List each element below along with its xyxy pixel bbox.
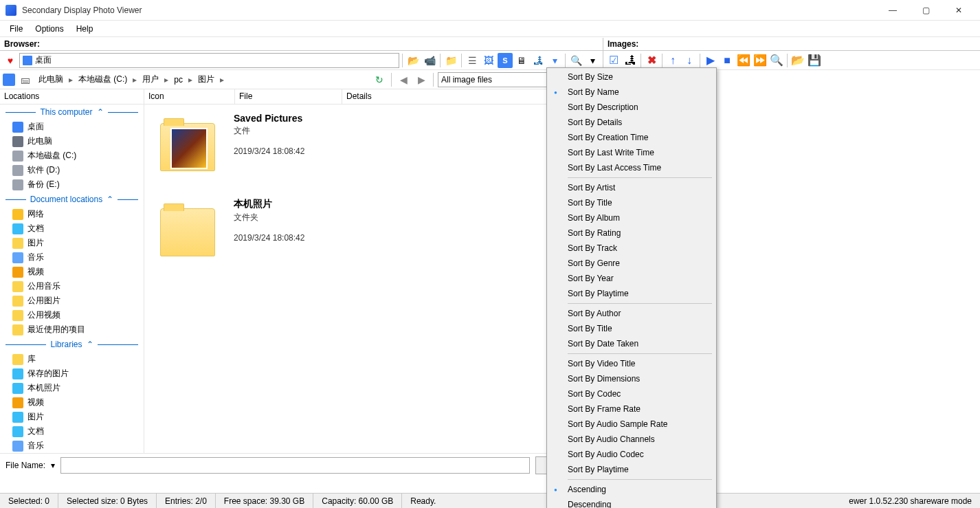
next-icon[interactable]: ⏩ — [753, 53, 768, 68]
context-menu-item[interactable]: Descending — [548, 497, 715, 508]
context-menu-item[interactable]: Sort By Year — [548, 271, 715, 286]
location-item[interactable]: 视频 — [0, 265, 144, 279]
image-icon[interactable]: 🏞 — [623, 53, 638, 68]
location-item[interactable]: 备份 (E:) — [0, 177, 144, 192]
view-dropdown-icon[interactable]: ▾ — [547, 53, 562, 68]
play-icon[interactable]: ▶ — [703, 53, 718, 68]
prev-icon[interactable]: ⏪ — [736, 53, 751, 68]
location-item[interactable]: 此电脑 — [0, 134, 144, 148]
breadcrumb-segment[interactable]: 本地磁盘 (C:) — [76, 72, 130, 87]
context-menu-item[interactable]: Sort By Codec — [548, 386, 715, 401]
context-menu-item[interactable]: Sort By Track — [548, 241, 715, 256]
menu-options[interactable]: Options — [30, 23, 69, 35]
context-menu-item[interactable]: Sort By Last Access Time — [548, 160, 715, 175]
context-menu-item[interactable]: Sort By Description — [548, 100, 715, 115]
file-row[interactable]: 本机照片文件夹2019/3/24 18:08:42 — [144, 190, 603, 275]
path-input[interactable]: 桌面 — [19, 53, 399, 68]
context-menu-item[interactable]: Sort By Artist — [548, 180, 715, 195]
location-item[interactable]: 软件 (D:) — [0, 163, 144, 177]
location-item[interactable]: 图片 — [0, 236, 144, 250]
camera-icon[interactable]: 📹 — [422, 53, 437, 68]
context-menu-item[interactable]: Sort By Date Taken — [548, 336, 715, 351]
context-menu-item[interactable]: Sort By Title — [548, 321, 715, 336]
location-item[interactable]: 本地磁盘 (C:) — [0, 148, 144, 163]
delete-icon[interactable]: ✖ — [644, 53, 659, 68]
location-item[interactable]: 文档 — [0, 221, 144, 236]
view-details-icon[interactable]: ☰ — [465, 53, 480, 68]
context-menu-item[interactable]: Sort By Size — [548, 69, 715, 85]
refresh-icon[interactable]: ↻ — [372, 72, 387, 87]
location-item[interactable]: 本机照片 — [0, 381, 144, 395]
filename-dropdown-icon[interactable]: ▾ — [51, 461, 55, 470]
col-locations[interactable]: Locations — [0, 89, 144, 104]
col-icon[interactable]: Icon — [144, 89, 235, 104]
open-folder-icon[interactable]: 📂 — [790, 53, 805, 68]
breadcrumb-segment[interactable]: 图片 — [195, 72, 217, 87]
minimize-button[interactable]: — — [877, 1, 909, 20]
context-menu-item[interactable]: Sort By Name — [548, 85, 715, 100]
location-item[interactable]: 公用视频 — [0, 308, 144, 322]
context-menu-item[interactable]: Sort By Audio Channels — [548, 432, 715, 447]
location-item[interactable]: 库 — [0, 352, 144, 366]
context-menu-item[interactable]: Sort By Video Title — [548, 356, 715, 371]
location-item[interactable]: 最近使用的项目 — [0, 322, 144, 337]
context-menu-item[interactable]: Sort By Playtime — [548, 286, 715, 301]
drive-icon[interactable]: 🖴 — [18, 72, 33, 87]
explorer-icon[interactable]: 📁 — [443, 53, 458, 68]
select-all-icon[interactable]: ☑ — [606, 53, 621, 68]
location-item[interactable]: 文档 — [0, 424, 144, 439]
location-item[interactable]: 音乐 — [0, 250, 144, 265]
location-group-header[interactable]: Document locations⌃ — [0, 192, 144, 207]
filename-input[interactable] — [60, 457, 530, 474]
col-file[interactable]: File — [235, 89, 342, 104]
close-button[interactable]: ✕ — [943, 1, 975, 20]
context-menu-item[interactable]: Ascending — [548, 482, 715, 497]
view-s-icon[interactable]: S — [498, 53, 513, 68]
context-menu-item[interactable]: Sort By Dimensions — [548, 371, 715, 386]
move-down-icon[interactable]: ↓ — [682, 53, 697, 68]
save-icon[interactable]: 💾 — [807, 53, 822, 68]
menu-file[interactable]: File — [4, 23, 28, 35]
context-menu-item[interactable]: Sort By Genre — [548, 256, 715, 271]
context-menu-item[interactable]: Sort By Audio Codec — [548, 447, 715, 462]
context-menu-item[interactable]: Sort By Last Write Time — [548, 145, 715, 160]
favorite-icon[interactable]: ♥ — [3, 53, 18, 68]
move-up-icon[interactable]: ↑ — [665, 53, 680, 68]
back-icon[interactable]: ◀ — [396, 72, 411, 87]
file-row[interactable]: Saved Pictures文件2019/3/24 18:08:42 — [144, 104, 603, 190]
view-thumb-icon[interactable]: 🖼 — [481, 53, 496, 68]
view-image-icon[interactable]: 🏞 — [531, 53, 546, 68]
location-item[interactable]: 图片 — [0, 410, 144, 424]
context-menu-item[interactable]: Sort By Rating — [548, 225, 715, 241]
context-menu-item[interactable]: Sort By Creation Time — [548, 130, 715, 145]
context-menu-item[interactable]: Sort By Details — [548, 115, 715, 130]
location-group-header[interactable]: Libraries⌃ — [0, 337, 144, 352]
context-menu-item[interactable]: Sort By Title — [548, 195, 715, 210]
breadcrumb-segment[interactable]: pc — [171, 74, 186, 86]
zoom-icon[interactable]: 🔍 — [769, 53, 784, 68]
forward-icon[interactable]: ▶ — [414, 72, 429, 87]
search-dropdown-icon[interactable]: ▾ — [585, 53, 600, 68]
stop-icon[interactable]: ■ — [720, 53, 735, 68]
folder-open-icon[interactable]: 📂 — [405, 53, 421, 68]
menu-help[interactable]: Help — [71, 23, 99, 35]
location-item[interactable]: 视频 — [0, 395, 144, 410]
context-menu-item[interactable]: Sort By Author — [548, 306, 715, 321]
context-menu-item[interactable]: Sort By Playtime — [548, 462, 715, 477]
location-item[interactable]: 保存的图片 — [0, 366, 144, 381]
location-item[interactable]: 网络 — [0, 207, 144, 221]
monitor-icon[interactable] — [3, 74, 15, 86]
location-group-header[interactable]: This computer⌃ — [0, 104, 144, 120]
breadcrumb-segment[interactable]: 此电脑 — [36, 72, 66, 87]
search-icon[interactable]: 🔍 — [568, 53, 583, 68]
breadcrumb[interactable]: 此电脑▸本地磁盘 (C:)▸用户▸pc▸图片▸ — [36, 72, 369, 87]
maximize-button[interactable]: ▢ — [910, 1, 942, 20]
location-item[interactable]: 公用图片 — [0, 294, 144, 308]
breadcrumb-segment[interactable]: 用户 — [140, 72, 162, 87]
context-menu-item[interactable]: Sort By Album — [548, 210, 715, 225]
context-menu-item[interactable]: Sort By Frame Rate — [548, 401, 715, 417]
context-menu-item[interactable]: Sort By Audio Sample Rate — [548, 417, 715, 432]
location-item[interactable]: 音乐 — [0, 439, 144, 453]
location-item[interactable]: 公用音乐 — [0, 279, 144, 294]
location-item[interactable]: 桌面 — [0, 120, 144, 134]
